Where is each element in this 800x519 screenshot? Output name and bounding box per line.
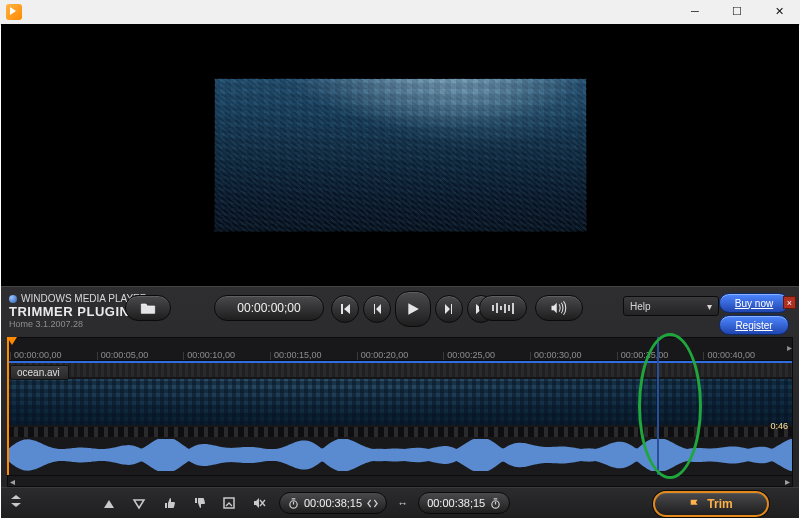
thumb-down-button[interactable] bbox=[189, 493, 209, 513]
panel-close-button[interactable]: × bbox=[783, 296, 796, 309]
marker-button[interactable] bbox=[219, 493, 239, 513]
close-button[interactable]: ✕ bbox=[758, 0, 800, 22]
stopwatch-icon bbox=[288, 498, 299, 509]
step-back-button[interactable] bbox=[363, 295, 391, 323]
stopwatch-icon bbox=[490, 498, 501, 509]
scroll-left-icon[interactable]: ◂ bbox=[8, 476, 17, 487]
bottom-tools: 00:00:38;15 ↔ 00:00:38;15 bbox=[99, 492, 510, 514]
buy-now-button[interactable]: Buy now bbox=[719, 293, 789, 313]
app-icon bbox=[6, 4, 22, 20]
folder-icon bbox=[140, 301, 156, 315]
out-time-text: 00:00:38;15 bbox=[427, 497, 485, 509]
timeline-scrollbar[interactable]: ◂ ▸ bbox=[7, 475, 793, 487]
source-name-tag: ocean.avi bbox=[10, 365, 69, 380]
buy-now-label: Buy now bbox=[735, 298, 773, 309]
in-time-text: 00:00:38;15 bbox=[304, 497, 362, 509]
ruler-tick bbox=[97, 352, 184, 360]
skip-back-button[interactable] bbox=[331, 295, 359, 323]
panel-top-row: WINDOWS MEDIA PLAYER TRIMMER PLUGIN Home… bbox=[1, 293, 799, 323]
trim-label: Trim bbox=[707, 497, 732, 511]
ruler-tick bbox=[703, 352, 790, 360]
wmp-icon bbox=[9, 295, 17, 303]
help-dropdown[interactable]: Help ▾ bbox=[623, 296, 719, 316]
timeline-ruler[interactable] bbox=[7, 337, 793, 361]
volume-button[interactable] bbox=[535, 295, 583, 321]
video-track[interactable] bbox=[8, 379, 792, 425]
timecode-display: 00:00:00;00 bbox=[214, 295, 324, 321]
trim-button[interactable]: Trim bbox=[653, 491, 769, 517]
out-time-display[interactable]: 00:00:38;15 bbox=[418, 492, 510, 514]
bottom-bar: 00:00:38;15 ↔ 00:00:38;15 Trim bbox=[1, 487, 799, 518]
playhead[interactable] bbox=[657, 337, 659, 475]
expand-toggle[interactable] bbox=[9, 494, 23, 508]
register-label: Register bbox=[735, 320, 772, 331]
timecode-text: 00:00:00;00 bbox=[237, 301, 300, 315]
play-button[interactable] bbox=[395, 291, 431, 327]
step-forward-button[interactable] bbox=[435, 295, 463, 323]
window-titlebar: ─ ☐ ✕ bbox=[0, 0, 800, 25]
ruler-scroll-right-icon[interactable]: ▸ bbox=[787, 342, 792, 353]
open-file-button[interactable] bbox=[125, 295, 171, 321]
ruler-tick bbox=[617, 352, 704, 360]
ruler-tick bbox=[270, 352, 357, 360]
swap-arrows-icon[interactable]: ↔ bbox=[397, 497, 408, 509]
ruler-tick bbox=[10, 352, 97, 360]
clip-duration: 0:46 bbox=[770, 421, 788, 431]
ruler-tick bbox=[530, 352, 617, 360]
source-name-text: ocean.avi bbox=[17, 367, 60, 378]
waveform-icon bbox=[8, 439, 792, 471]
maximize-button[interactable]: ☐ bbox=[716, 0, 758, 22]
plugin-version: Home 3.1.2007.28 bbox=[9, 319, 147, 329]
chevron-down-icon: ▾ bbox=[707, 301, 712, 312]
thumb-up-button[interactable] bbox=[159, 493, 179, 513]
ruler-tick bbox=[357, 352, 444, 360]
volume-icon bbox=[550, 301, 568, 315]
audio-track[interactable] bbox=[8, 439, 792, 471]
control-panel: WINDOWS MEDIA PLAYER TRIMMER PLUGIN Home… bbox=[1, 286, 799, 518]
equalizer-icon bbox=[492, 303, 514, 314]
track-area[interactable]: ocean.avi 0:46 bbox=[7, 360, 793, 476]
thumbnail-strip bbox=[8, 363, 792, 377]
step-arrows-icon bbox=[367, 498, 378, 509]
mark-in-button[interactable] bbox=[99, 493, 119, 513]
video-frame-still bbox=[214, 78, 587, 232]
scroll-right-icon[interactable]: ▸ bbox=[783, 476, 792, 487]
register-button[interactable]: Register bbox=[719, 315, 789, 335]
chevron-up-down-icon bbox=[9, 494, 23, 508]
film-strip bbox=[8, 427, 792, 437]
in-point-marker[interactable] bbox=[7, 337, 17, 345]
help-label: Help bbox=[630, 301, 651, 312]
window-controls: ─ ☐ ✕ bbox=[674, 0, 800, 22]
minimize-button[interactable]: ─ bbox=[674, 0, 716, 22]
mark-out-button[interactable] bbox=[129, 493, 149, 513]
in-time-display[interactable]: 00:00:38;15 bbox=[279, 492, 387, 514]
ruler-tick bbox=[183, 352, 270, 360]
flag-icon bbox=[689, 498, 701, 510]
equalizer-button[interactable] bbox=[479, 295, 527, 321]
video-viewport bbox=[1, 24, 799, 286]
ruler-tick bbox=[443, 352, 530, 360]
transport-controls bbox=[331, 295, 495, 327]
mute-button[interactable] bbox=[249, 493, 269, 513]
in-point-line bbox=[7, 337, 9, 475]
